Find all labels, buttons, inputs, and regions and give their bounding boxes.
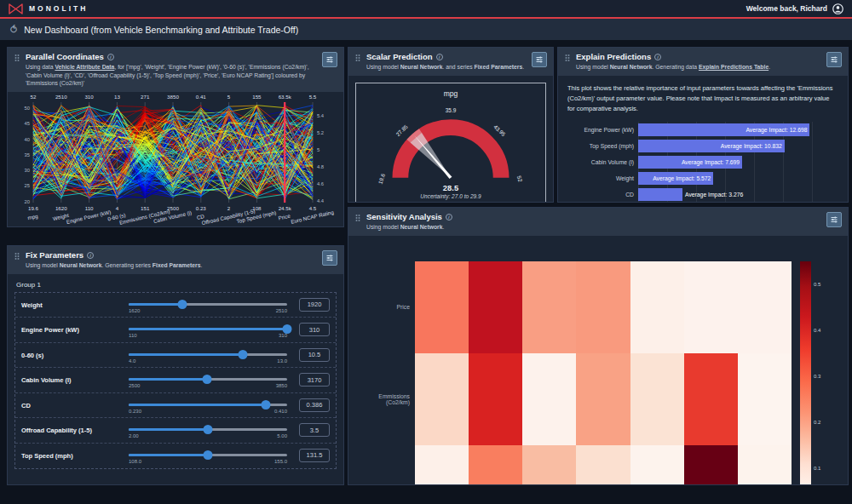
impact-bar-category: Top Speed (mph)	[565, 143, 638, 149]
gauge-container: mpg 19.627.8535.943.955228.5Uncertainty:…	[355, 83, 546, 202]
drag-handle-icon[interactable]	[354, 214, 361, 222]
slider-track-wrap: 0.2300.410	[129, 393, 287, 418]
slider-value-box[interactable]: 3170	[299, 373, 330, 387]
slider-value-box[interactable]: 3.5	[299, 423, 330, 437]
panel-settings-button[interactable]	[322, 250, 337, 266]
svg-text:25: 25	[25, 183, 30, 188]
slider-fill	[129, 428, 208, 431]
heatmap-cell	[469, 261, 522, 353]
slider-row: Cabin Volume (l)250038503170	[15, 368, 336, 393]
impact-bar-value-label: Average Impact: 3.276	[682, 192, 743, 198]
subtitle-text: Neural Network	[610, 64, 653, 70]
brand: MONOLITH	[9, 3, 88, 14]
slider-track[interactable]	[129, 328, 287, 330]
slider-track[interactable]	[129, 404, 287, 406]
info-icon[interactable]: i	[107, 54, 114, 60]
svg-text:2: 2	[227, 205, 231, 211]
panel-settings-button[interactable]	[532, 52, 547, 67]
panel-subtitle: Using data Vehicle Attribute Data, for […	[26, 63, 317, 88]
brand-name: MONOLITH	[29, 4, 88, 13]
page-header: ⥀ New Dashboard (from Vehicle Benchmarki…	[0, 19, 852, 40]
svg-text:13: 13	[114, 93, 120, 99]
drag-handle-icon[interactable]	[14, 252, 20, 261]
drag-handle-icon[interactable]	[564, 54, 571, 62]
slider-handle[interactable]	[239, 350, 248, 359]
subtitle-link[interactable]: Vehicle Attribute Data	[55, 64, 114, 70]
subtitle-text: Using model	[576, 64, 610, 70]
slider-handle[interactable]	[262, 400, 271, 410]
drag-handle-icon[interactable]	[354, 54, 361, 62]
slider-label: Engine Power (kW)	[21, 318, 124, 334]
info-icon[interactable]: i	[446, 214, 452, 220]
svg-text:5.4: 5.4	[317, 113, 325, 118]
history-icon[interactable]: ⥀	[10, 25, 17, 35]
impact-bar-row: Engine Power (kW)Average Impact: 12.698	[565, 122, 841, 138]
slider-value-box[interactable]: 310	[299, 323, 330, 336]
slider-max-label: 155.0	[274, 459, 287, 464]
slider-track[interactable]	[129, 454, 287, 456]
info-icon[interactable]: i	[87, 252, 94, 259]
panel-settings-button[interactable]	[322, 52, 337, 67]
user-avatar-icon[interactable]	[832, 3, 843, 14]
panel-title: Explain Predictions	[576, 52, 651, 61]
info-icon[interactable]: i	[436, 54, 443, 60]
impact-bar-area: Average Impact: 10.832	[638, 138, 841, 154]
panel-title: Scalar Prediction	[366, 52, 433, 61]
settings-sliders-icon	[830, 215, 838, 224]
slider-handle[interactable]	[204, 425, 213, 434]
slider-track[interactable]	[129, 303, 287, 306]
slider-track[interactable]	[129, 428, 287, 431]
slider-value-box[interactable]: 131.5	[299, 449, 330, 462]
heatmap-cell	[684, 261, 738, 353]
slider-value-box[interactable]: 1920	[299, 298, 330, 312]
info-icon[interactable]: i	[654, 54, 661, 60]
colorbar-tick-label: 0.1	[814, 466, 820, 471]
impact-bar-value-label: Average Impact: 7.699	[682, 159, 742, 165]
panel-header: Fix Parametersi Using model Neural Netwo…	[8, 246, 343, 274]
slider-value-box[interactable]: 0.386	[299, 398, 330, 412]
explain-description: This plot shows the relative importance …	[558, 76, 848, 120]
panel-title: Parallel Coordinates	[26, 52, 104, 61]
slider-label: Offroad Capability (1-5)	[21, 418, 124, 434]
svg-text:40: 40	[25, 136, 30, 141]
slider-row: Engine Power (kW)110310310	[15, 318, 336, 343]
slider-handle[interactable]	[204, 450, 213, 460]
panel-settings-button[interactable]	[826, 52, 842, 67]
subtitle-link[interactable]: Explain Predictions Table	[699, 64, 769, 70]
subtitle-text: Neural Network	[60, 262, 102, 268]
drag-handle-icon[interactable]	[14, 54, 20, 62]
slider-handle[interactable]	[177, 300, 187, 309]
subtitle-text: Fixed Parameters	[153, 262, 201, 268]
svg-text:30: 30	[25, 168, 30, 173]
subtitle-text: Using model	[26, 262, 60, 268]
heatmap-cell	[576, 445, 630, 484]
impact-bar-value-label: Average Impact: 12.698	[746, 127, 809, 133]
gauge-plot[interactable]: 19.627.8535.943.955228.5Uncertainty: 27.…	[364, 98, 538, 202]
panel-header: Parallel Coordinatesi Using data Vehicle…	[8, 48, 343, 92]
heatmap-cell	[522, 261, 576, 353]
panel-settings-button[interactable]	[826, 212, 842, 227]
svg-text:45: 45	[25, 121, 30, 126]
panel-header: Scalar Predictioni Using model Neural Ne…	[348, 48, 553, 76]
slider-track[interactable]	[129, 353, 287, 356]
svg-text:Price: Price	[278, 212, 291, 220]
svg-text:4.5: 4.5	[309, 205, 317, 211]
svg-text:43.95: 43.95	[492, 123, 507, 137]
heatmap-cell	[415, 353, 469, 445]
impact-bar-chart[interactable]: Engine Power (kW)Average Impact: 12.698T…	[558, 120, 848, 202]
slider-fill	[129, 303, 182, 306]
slider-value-box[interactable]: 10.5	[299, 348, 330, 362]
parallel-coordinates-plot[interactable]: 5219.6mpg25101620Weight310110Engine Powe…	[8, 92, 342, 226]
heatmap-row-label: Price	[355, 261, 415, 353]
slider-row: Top Speed (mph)108.0155.0131.5	[15, 444, 336, 469]
slider-track[interactable]	[129, 378, 287, 381]
colorbar-tick-label: 0.4	[814, 328, 820, 333]
heatmap-grid[interactable]: PriceEmmissions (Co2/km)mpg	[355, 261, 792, 484]
svg-text:0.41: 0.41	[196, 93, 207, 99]
subtitle-text: . Generating data	[653, 64, 699, 70]
slider-max-label: 13.0	[277, 358, 287, 364]
svg-text:52: 52	[516, 175, 524, 182]
slider-handle[interactable]	[203, 375, 212, 384]
heatmap-cell	[738, 445, 792, 484]
slider-row: 0-60 (s)4.013.010.5	[15, 343, 336, 369]
